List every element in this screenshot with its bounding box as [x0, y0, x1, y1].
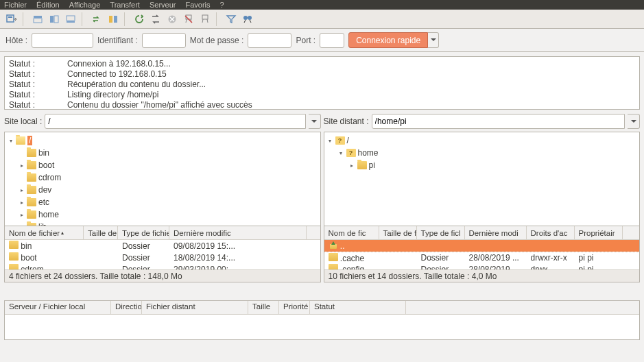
column-header[interactable]: Taille de fi [379, 226, 417, 239]
folder-icon [9, 264, 19, 269]
column-header[interactable]: Dernière modific [169, 226, 307, 239]
svg-rect-1 [8, 16, 12, 18]
column-header[interactable]: Taille [248, 301, 279, 314]
tree-label: boot [38, 160, 54, 170]
toggle-queue-button[interactable] [63, 12, 78, 27]
expand-icon[interactable]: ▸ [19, 212, 25, 218]
tree-node[interactable]: ▸dev [19, 184, 318, 196]
column-header[interactable]: Statut [310, 301, 406, 314]
unknown-folder-icon: ? [335, 136, 345, 145]
folder-icon [329, 253, 338, 261]
remote-file-list[interactable]: Nom de ficTaille de fiType de ficlDerniè… [324, 226, 641, 282]
file-row[interactable]: binDossier09/08/2019 15:... [5, 240, 320, 252]
local-file-list[interactable]: Nom de fichier ▴Taille de ficType de fic… [4, 226, 321, 282]
folder-icon [27, 186, 36, 194]
local-path-input[interactable] [45, 114, 305, 129]
local-path-dropdown[interactable] [309, 114, 321, 129]
cancel-button[interactable] [165, 12, 180, 27]
svg-rect-12 [202, 15, 208, 19]
host-input[interactable] [32, 33, 93, 48]
column-header[interactable]: Fichier distant [142, 301, 248, 314]
message-log[interactable]: Statut :Connexion à 192.168.0.15...Statu… [4, 56, 640, 110]
sync-browse-button[interactable] [89, 12, 104, 27]
local-tree[interactable]: ▾/bin▸bootcdrom▸dev▸etc▸homelib [4, 132, 321, 226]
expand-icon[interactable] [19, 150, 25, 156]
expand-icon[interactable]: ▸ [19, 200, 25, 206]
toggle-tree-button[interactable] [47, 12, 62, 27]
menu-view[interactable]: Affichage [69, 1, 101, 9]
expand-icon[interactable]: ▾ [8, 138, 14, 144]
column-header[interactable]: Nom de fichier ▴ [5, 226, 84, 239]
expand-icon[interactable]: ▸ [349, 162, 355, 169]
tree-node[interactable]: ▾/ [8, 134, 318, 147]
column-header[interactable]: Propriétair [575, 226, 623, 239]
expand-icon[interactable]: ▾ [338, 150, 344, 156]
folder-icon [357, 161, 367, 169]
expand-icon[interactable] [19, 175, 25, 181]
site-manager-button[interactable] [4, 12, 19, 27]
pass-input[interactable] [248, 33, 291, 48]
column-header[interactable]: Droits d'ac [527, 226, 575, 239]
remote-path-input[interactable] [372, 114, 625, 129]
menu-file[interactable]: Fichier [4, 1, 27, 9]
tree-node[interactable]: ▾?home [338, 147, 637, 159]
tree-label: cdrom [38, 173, 61, 182]
expand-icon[interactable]: ▾ [327, 138, 333, 144]
remote-tree[interactable]: ▾?/▾?home▸pi [324, 132, 641, 226]
menu-server[interactable]: Serveur [150, 1, 176, 9]
transfer-queue[interactable]: Serveur / Fichier localDirectioFichier d… [4, 300, 640, 340]
filter-button[interactable] [224, 12, 239, 27]
tree-node[interactable]: ▾?/ [327, 134, 637, 147]
tree-node[interactable]: bin [19, 147, 318, 159]
tree-node[interactable]: cdrom [19, 171, 318, 184]
column-header[interactable]: Nom de fic [324, 226, 379, 239]
folder-icon [27, 210, 36, 219]
search-button[interactable] [240, 12, 255, 27]
svg-rect-2 [34, 16, 42, 18]
svg-rect-3 [34, 19, 42, 23]
tree-label: home [358, 148, 379, 158]
menu-transfer[interactable]: Transfert [110, 1, 140, 9]
file-row[interactable]: bootDossier18/08/2019 14:... [5, 252, 320, 263]
tree-node[interactable]: lib [19, 221, 318, 226]
reconnect-button[interactable] [198, 12, 213, 27]
column-header[interactable]: Taille de fic [84, 226, 118, 239]
tree-label: home [38, 210, 59, 219]
disconnect-button[interactable] [181, 12, 196, 27]
port-input[interactable] [320, 33, 344, 48]
column-header[interactable]: Serveur / Fichier local [5, 301, 111, 314]
file-row[interactable]: .configDossier28/08/2019 ...drwx------pi… [324, 263, 640, 269]
tree-node[interactable]: ▸pi [349, 159, 637, 171]
tree-label: / [347, 136, 349, 145]
file-row[interactable]: .cacheDossier28/08/2019 ...drwxr-xr-xpi … [324, 252, 640, 263]
expand-icon[interactable]: ▸ [19, 162, 25, 169]
expand-icon[interactable]: ▸ [19, 187, 25, 193]
menu-edit[interactable]: Édition [36, 1, 60, 9]
pass-label: Mot de passe : [190, 36, 244, 45]
unknown-folder-icon: ? [346, 149, 356, 157]
process-queue-button[interactable] [148, 12, 163, 27]
tree-node[interactable]: ▸home [19, 208, 318, 221]
user-input[interactable] [142, 33, 186, 48]
tree-node[interactable]: ▸etc [19, 196, 318, 208]
log-message: Récupération du contenu du dossier... [67, 80, 206, 90]
file-row[interactable]: cdromDossier29/03/2019 00:... [5, 263, 320, 269]
remote-path-dropdown[interactable] [628, 114, 640, 129]
column-header[interactable]: Type de fichier [118, 226, 169, 239]
tree-node[interactable]: ▸boot [19, 159, 318, 171]
column-header[interactable]: Directio [111, 301, 142, 314]
parent-dir-row[interactable]: .. [324, 240, 640, 252]
quick-connect-button[interactable]: Connexion rapide [348, 32, 428, 48]
quick-connect-dropdown[interactable] [428, 32, 439, 48]
quick-connect-bar: Hôte : Identifiant : Mot de passe : Port… [0, 29, 644, 52]
column-header[interactable]: Dernière modi [465, 226, 527, 239]
column-header[interactable]: Type de ficl [417, 226, 465, 239]
column-header[interactable]: Priorité [279, 301, 310, 314]
menu-help[interactable]: ? [220, 1, 224, 9]
toggle-log-button[interactable] [30, 12, 45, 27]
menu-bookmarks[interactable]: Favoris [185, 1, 210, 9]
refresh-button[interactable] [132, 12, 147, 27]
log-label: Statut : [9, 100, 67, 110]
toolbar [0, 10, 644, 29]
compare-button[interactable] [106, 12, 121, 27]
